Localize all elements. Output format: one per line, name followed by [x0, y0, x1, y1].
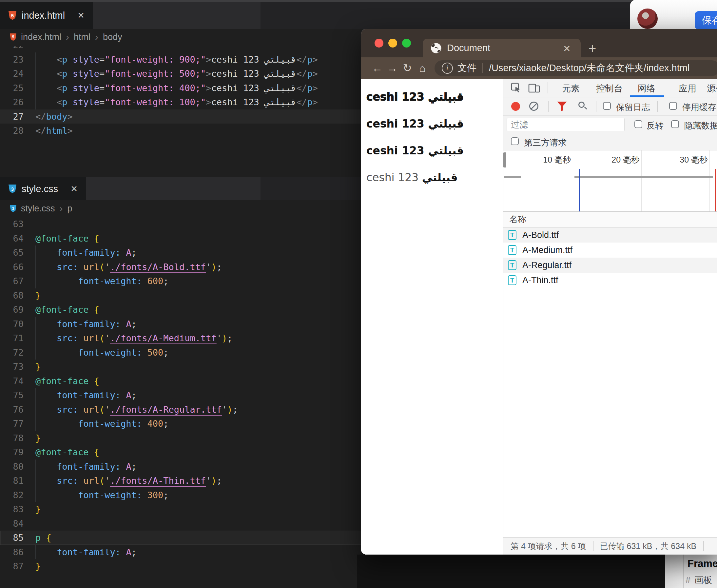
- line-number: 70: [0, 317, 35, 331]
- filter-funnel-icon[interactable]: [557, 102, 567, 111]
- breadcrumb-item[interactable]: body: [103, 32, 122, 42]
- indent-guide: [57, 488, 57, 502]
- forward-icon[interactable]: →: [385, 62, 400, 75]
- arabic-text: قبيلتي: [422, 171, 458, 184]
- devtools-status-bar: 第 4 项请求，共 6 项 已传输 631 kB，共 634 kB: [503, 537, 717, 554]
- arabic-text: قبيلتي: [428, 144, 464, 157]
- line-number: 86: [0, 545, 35, 560]
- page-info-icon[interactable]: i: [442, 63, 453, 74]
- new-tab-button[interactable]: +: [589, 41, 596, 56]
- active-tab-underline: [630, 96, 664, 97]
- line-number: 23: [0, 52, 35, 67]
- url-divider: [482, 63, 483, 73]
- browser-titlebar[interactable]: Document ✕ +: [361, 29, 717, 57]
- preserve-log-label[interactable]: 保留日志: [616, 102, 650, 113]
- devtools-tab-5[interactable]: 源代码: [707, 83, 717, 94]
- line-number: 68: [0, 289, 35, 303]
- close-tab-icon[interactable]: ✕: [563, 43, 571, 54]
- filter-input[interactable]: [507, 118, 625, 131]
- css-file-icon: 3: [10, 205, 16, 212]
- invert-filter-checkbox[interactable]: [634, 120, 642, 128]
- requests-table-header[interactable]: 名称: [503, 212, 717, 228]
- back-icon[interactable]: ←: [370, 62, 385, 75]
- devtools-tab-4[interactable]: 应用: [679, 83, 696, 94]
- latin-text: ceshi 123: [366, 144, 428, 157]
- breadcrumb-item[interactable]: p: [67, 204, 72, 214]
- line-number: 28: [0, 124, 35, 138]
- timeline-scrubber[interactable]: [503, 152, 506, 167]
- indent-guide: [35, 488, 36, 502]
- line-number: 87: [0, 559, 35, 573]
- indent-guide: [35, 402, 36, 417]
- latin-text: ceshi 123: [366, 171, 422, 184]
- line-number: 64: [0, 231, 35, 246]
- home-icon[interactable]: ⌂: [415, 62, 430, 75]
- tab-index-html[interactable]: 5 index.html ✕: [0, 2, 93, 29]
- breadcrumb-item[interactable]: index.html: [21, 32, 61, 42]
- timeline-activity-bar: [574, 176, 713, 178]
- save-button[interactable]: 保存: [695, 11, 717, 29]
- close-tab-icon[interactable]: ✕: [70, 184, 78, 194]
- preserve-log-checkbox[interactable]: [603, 102, 611, 110]
- invert-filter-label[interactable]: 反转: [647, 120, 663, 131]
- arabic-text: قبيلتي: [428, 117, 464, 130]
- network-timeline-overview[interactable]: 10 毫秒20 毫秒30 毫秒: [503, 150, 717, 212]
- indent-guide: [57, 274, 57, 289]
- indent-guide: [35, 331, 36, 345]
- reload-icon[interactable]: ↻: [400, 62, 415, 75]
- request-file-name: A-Regular.ttf: [522, 260, 571, 270]
- breadcrumb-item[interactable]: style.css: [21, 204, 55, 214]
- request-row[interactable]: TA-Thin.ttf: [503, 273, 717, 288]
- devtools-tab-2[interactable]: 控制台: [596, 83, 623, 94]
- address-bar[interactable]: i 文件 /Users/xiaoke/Desktop/未命名文件夹/index.…: [435, 60, 717, 76]
- request-row[interactable]: TA-Medium.ttf: [503, 243, 717, 258]
- arabic-text: قبيلتي: [428, 90, 464, 103]
- close-window-button[interactable]: [375, 39, 383, 47]
- hide-data-urls-label[interactable]: 隐藏数据网址: [684, 120, 717, 131]
- toolbar-separator: [548, 101, 549, 112]
- line-number: 69: [0, 302, 35, 317]
- devtools-tab-1[interactable]: 元素: [562, 83, 580, 94]
- indent-guide: [35, 474, 36, 488]
- tab-title: Document: [447, 43, 490, 54]
- load-event-marker: [715, 169, 716, 211]
- minimize-window-button[interactable]: [388, 39, 397, 47]
- indent-guide: [35, 388, 36, 402]
- browser-tab-document[interactable]: Document: [423, 39, 581, 57]
- clear-network-log-icon[interactable]: [529, 102, 539, 111]
- third-party-label[interactable]: 第三方请求: [524, 137, 567, 148]
- line-number: 63: [0, 217, 35, 231]
- devtools-tab-3[interactable]: 网络: [638, 83, 655, 94]
- name-column-header[interactable]: 名称: [509, 214, 526, 225]
- request-row[interactable]: TA-Regular.ttf: [503, 258, 717, 273]
- disable-cache-checkbox[interactable]: [669, 102, 677, 110]
- hide-data-urls-checkbox[interactable]: [671, 120, 679, 128]
- device-toolbar-icon[interactable]: [528, 82, 540, 93]
- line-number: 73: [0, 360, 35, 374]
- transfer-size-summary: 已传输 631 kB，共 634 kB: [600, 541, 697, 552]
- breadcrumb-item[interactable]: html: [74, 32, 90, 42]
- avatar[interactable]: [637, 8, 658, 29]
- disable-cache-label[interactable]: 停用缓存: [682, 102, 716, 113]
- search-icon[interactable]: [578, 102, 585, 108]
- line-number: 77: [0, 417, 35, 431]
- line-number: 24: [0, 66, 35, 81]
- indent-guide: [57, 417, 57, 431]
- status-separator: [593, 541, 593, 551]
- record-network-log-button[interactable]: [511, 102, 520, 111]
- tab-style-css[interactable]: 3 style.css ✕: [0, 177, 86, 200]
- scrollbar-track[interactable]: [665, 554, 683, 588]
- timeline-gridline: [573, 150, 573, 211]
- artboard-list-item[interactable]: #画板: [686, 574, 712, 586]
- indent-guide: [35, 317, 36, 331]
- third-party-checkbox[interactable]: [511, 137, 519, 145]
- toolbar-separator: [596, 101, 596, 112]
- close-tab-icon[interactable]: ✕: [77, 10, 85, 21]
- timeline-activity-bar: [504, 176, 521, 178]
- zoom-window-button[interactable]: [402, 39, 411, 47]
- page-paragraph-weight-100: ceshi 123 قبيلتي: [366, 171, 458, 184]
- background-window-top-right: 保存: [630, 0, 717, 29]
- request-row[interactable]: TA-Bold.ttf: [503, 228, 717, 243]
- inspect-element-icon[interactable]: [510, 82, 521, 93]
- request-file-name: A-Bold.ttf: [522, 230, 559, 240]
